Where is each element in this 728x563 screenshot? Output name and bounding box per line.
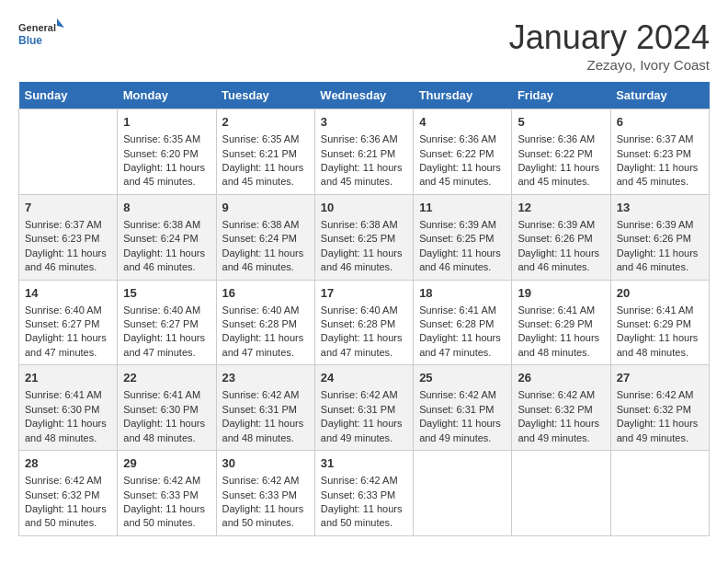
calendar-cell: 17Sunrise: 6:40 AMSunset: 6:28 PMDayligh… bbox=[314, 280, 413, 365]
day-number: 11 bbox=[419, 200, 506, 216]
calendar-cell: 7Sunrise: 6:37 AMSunset: 6:23 PMDaylight… bbox=[19, 194, 118, 280]
daylight-text: Daylight: 11 hours and 46 minutes. bbox=[518, 247, 604, 275]
month-title: January 2024 bbox=[509, 18, 710, 57]
sunset-text: Sunset: 6:32 PM bbox=[25, 488, 111, 502]
calendar-cell: 2Sunrise: 6:35 AMSunset: 6:21 PMDaylight… bbox=[216, 109, 314, 195]
sunset-text: Sunset: 6:31 PM bbox=[419, 403, 506, 417]
location-title: Zezayo, Ivory Coast bbox=[509, 57, 710, 73]
day-number: 24 bbox=[321, 370, 407, 386]
calendar-cell: 12Sunrise: 6:39 AMSunset: 6:26 PMDayligh… bbox=[512, 194, 610, 280]
calendar-cell: 30Sunrise: 6:42 AMSunset: 6:33 PMDayligh… bbox=[216, 451, 314, 536]
day-number: 31 bbox=[321, 455, 407, 472]
calendar-cell: 13Sunrise: 6:39 AMSunset: 6:26 PMDayligh… bbox=[610, 194, 709, 280]
day-number: 21 bbox=[25, 370, 111, 386]
daylight-text: Daylight: 11 hours and 45 minutes. bbox=[617, 161, 703, 190]
sunset-text: Sunset: 6:25 PM bbox=[419, 232, 506, 246]
header-cell-saturday: Saturday bbox=[610, 82, 709, 109]
sunrise-text: Sunrise: 6:42 AM bbox=[617, 388, 703, 402]
sunset-text: Sunset: 6:20 PM bbox=[123, 147, 210, 161]
daylight-text: Daylight: 11 hours and 47 minutes. bbox=[222, 331, 309, 360]
day-number: 29 bbox=[123, 455, 210, 472]
sunrise-text: Sunrise: 6:39 AM bbox=[518, 218, 604, 232]
sunset-text: Sunset: 6:24 PM bbox=[123, 232, 210, 246]
daylight-text: Daylight: 11 hours and 50 minutes. bbox=[123, 502, 210, 531]
day-number: 13 bbox=[617, 200, 703, 216]
daylight-text: Daylight: 11 hours and 46 minutes. bbox=[419, 247, 506, 275]
sunset-text: Sunset: 6:22 PM bbox=[419, 147, 506, 161]
calendar-cell: 14Sunrise: 6:40 AMSunset: 6:27 PMDayligh… bbox=[19, 280, 118, 365]
sunset-text: Sunset: 6:30 PM bbox=[123, 403, 210, 417]
week-row-1: 7Sunrise: 6:37 AMSunset: 6:23 PMDaylight… bbox=[19, 194, 710, 280]
calendar-cell: 8Sunrise: 6:38 AMSunset: 6:24 PMDaylight… bbox=[118, 194, 216, 280]
sunrise-text: Sunrise: 6:40 AM bbox=[123, 304, 210, 317]
day-number: 26 bbox=[518, 370, 604, 386]
daylight-text: Daylight: 11 hours and 50 minutes. bbox=[25, 502, 111, 531]
day-number: 5 bbox=[518, 114, 604, 131]
calendar-cell: 4Sunrise: 6:36 AMSunset: 6:22 PMDaylight… bbox=[414, 109, 512, 195]
sunset-text: Sunset: 6:29 PM bbox=[518, 317, 604, 331]
day-number: 16 bbox=[222, 285, 309, 302]
daylight-text: Daylight: 11 hours and 47 minutes. bbox=[25, 331, 111, 360]
calendar-cell: 23Sunrise: 6:42 AMSunset: 6:31 PMDayligh… bbox=[216, 365, 314, 451]
daylight-text: Daylight: 11 hours and 45 minutes. bbox=[518, 161, 604, 190]
sunset-text: Sunset: 6:31 PM bbox=[222, 403, 309, 417]
sunrise-text: Sunrise: 6:38 AM bbox=[321, 218, 407, 232]
sunrise-text: Sunrise: 6:42 AM bbox=[419, 388, 506, 402]
calendar-cell: 19Sunrise: 6:41 AMSunset: 6:29 PMDayligh… bbox=[512, 280, 610, 365]
sunset-text: Sunset: 6:28 PM bbox=[419, 317, 506, 331]
sunset-text: Sunset: 6:32 PM bbox=[518, 403, 604, 417]
daylight-text: Daylight: 11 hours and 48 minutes. bbox=[617, 331, 703, 360]
day-number: 25 bbox=[419, 370, 506, 386]
header-cell-sunday: Sunday bbox=[19, 82, 118, 109]
calendar-cell: 11Sunrise: 6:39 AMSunset: 6:25 PMDayligh… bbox=[414, 194, 512, 280]
calendar-cell bbox=[414, 451, 512, 536]
sunrise-text: Sunrise: 6:38 AM bbox=[123, 218, 210, 232]
sunrise-text: Sunrise: 6:38 AM bbox=[222, 218, 309, 232]
daylight-text: Daylight: 11 hours and 45 minutes. bbox=[123, 161, 210, 190]
day-number: 1 bbox=[123, 114, 210, 131]
daylight-text: Daylight: 11 hours and 46 minutes. bbox=[321, 247, 407, 275]
svg-marker-2 bbox=[57, 18, 64, 28]
calendar-cell: 18Sunrise: 6:41 AMSunset: 6:28 PMDayligh… bbox=[414, 280, 512, 365]
sunset-text: Sunset: 6:33 PM bbox=[321, 488, 407, 502]
calendar-cell: 9Sunrise: 6:38 AMSunset: 6:24 PMDaylight… bbox=[216, 194, 314, 280]
sunrise-text: Sunrise: 6:40 AM bbox=[25, 304, 111, 317]
day-number: 2 bbox=[222, 114, 309, 131]
sunrise-text: Sunrise: 6:40 AM bbox=[222, 304, 309, 317]
day-number: 27 bbox=[617, 370, 703, 386]
logo: General Blue bbox=[18, 18, 64, 48]
calendar-cell: 5Sunrise: 6:36 AMSunset: 6:22 PMDaylight… bbox=[512, 109, 610, 195]
sunset-text: Sunset: 6:26 PM bbox=[617, 232, 703, 246]
day-number: 30 bbox=[222, 455, 309, 472]
daylight-text: Daylight: 11 hours and 46 minutes. bbox=[25, 247, 111, 275]
calendar-header: SundayMondayTuesdayWednesdayThursdayFrid… bbox=[19, 82, 710, 109]
week-row-4: 28Sunrise: 6:42 AMSunset: 6:32 PMDayligh… bbox=[19, 451, 710, 536]
sunset-text: Sunset: 6:32 PM bbox=[617, 403, 703, 417]
header-cell-tuesday: Tuesday bbox=[216, 82, 314, 109]
sunset-text: Sunset: 6:27 PM bbox=[123, 317, 210, 331]
sunset-text: Sunset: 6:30 PM bbox=[25, 403, 111, 417]
sunrise-text: Sunrise: 6:42 AM bbox=[123, 474, 210, 488]
sunrise-text: Sunrise: 6:42 AM bbox=[222, 474, 309, 488]
calendar-cell: 6Sunrise: 6:37 AMSunset: 6:23 PMDaylight… bbox=[610, 109, 709, 195]
sunrise-text: Sunrise: 6:39 AM bbox=[617, 218, 703, 232]
daylight-text: Daylight: 11 hours and 48 minutes. bbox=[518, 331, 604, 360]
header-cell-monday: Monday bbox=[118, 82, 216, 109]
day-number: 28 bbox=[25, 455, 111, 472]
daylight-text: Daylight: 11 hours and 50 minutes. bbox=[222, 502, 309, 531]
sunrise-text: Sunrise: 6:39 AM bbox=[419, 218, 506, 232]
sunset-text: Sunset: 6:21 PM bbox=[321, 147, 407, 161]
daylight-text: Daylight: 11 hours and 46 minutes. bbox=[222, 247, 309, 275]
daylight-text: Daylight: 11 hours and 47 minutes. bbox=[123, 331, 210, 360]
calendar-cell: 31Sunrise: 6:42 AMSunset: 6:33 PMDayligh… bbox=[314, 451, 413, 536]
page-header: General Blue January 2024 Zezayo, Ivory … bbox=[18, 18, 710, 73]
header-row: SundayMondayTuesdayWednesdayThursdayFrid… bbox=[19, 82, 710, 109]
sunrise-text: Sunrise: 6:41 AM bbox=[518, 304, 604, 317]
calendar-cell: 20Sunrise: 6:41 AMSunset: 6:29 PMDayligh… bbox=[610, 280, 709, 365]
day-number: 12 bbox=[518, 200, 604, 216]
sunset-text: Sunset: 6:26 PM bbox=[518, 232, 604, 246]
daylight-text: Daylight: 11 hours and 45 minutes. bbox=[321, 161, 407, 190]
sunrise-text: Sunrise: 6:35 AM bbox=[123, 132, 210, 146]
sunrise-text: Sunrise: 6:42 AM bbox=[25, 474, 111, 488]
daylight-text: Daylight: 11 hours and 48 minutes. bbox=[222, 417, 309, 445]
